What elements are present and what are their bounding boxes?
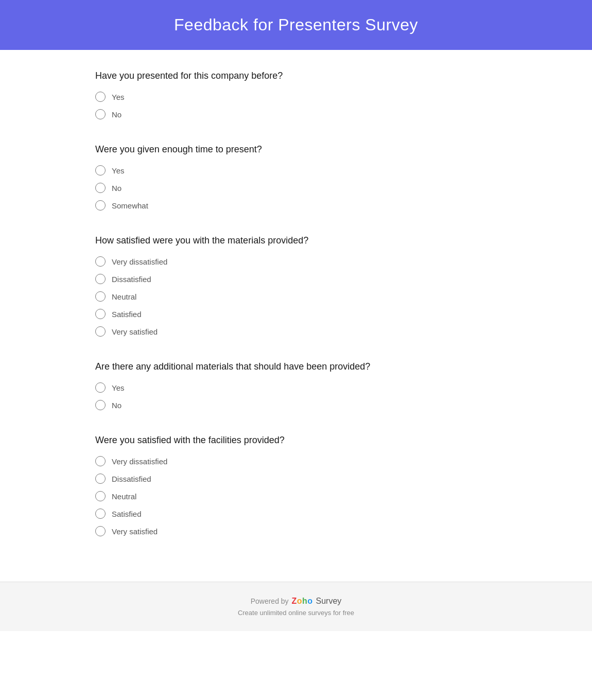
option-row: Satisfied [95,309,497,319]
question-block-q2: Were you given enough time to present?Ye… [95,144,497,211]
powered-by-line: Powered by Zoho Survey [10,597,582,606]
zoho-o1: o [297,597,302,606]
radio-q5-0[interactable] [95,456,106,466]
option-label: Very satisfied [112,327,158,336]
option-label: Somewhat [112,201,148,210]
radio-q2-0[interactable] [95,165,106,176]
footer-create-text: Create unlimited online surveys for free [10,609,582,617]
question-text-q4: Are there any additional materials that … [95,361,497,372]
option-row: No [95,400,497,410]
question-block-q5: Were you satisfied with the facilities p… [95,435,497,536]
option-row: Very dissatisfied [95,456,497,466]
zoho-logo: Zoho [292,597,313,606]
question-block-q4: Are there any additional materials that … [95,361,497,410]
option-label: Satisfied [112,510,142,518]
powered-by-text: Powered by [251,597,289,605]
survey-header: Feedback for Presenters Survey [0,0,592,50]
radio-q5-3[interactable] [95,509,106,519]
radio-q5-1[interactable] [95,474,106,484]
option-row: Dissatisfied [95,474,497,484]
question-text-q2: Were you given enough time to present? [95,144,497,155]
radio-q2-2[interactable] [95,200,106,211]
radio-q4-1[interactable] [95,400,106,410]
option-label: Very satisfied [112,527,158,536]
radio-q1-0[interactable] [95,92,106,102]
option-label: Neutral [112,292,136,301]
radio-q3-2[interactable] [95,291,106,302]
option-label: Dissatisfied [112,275,151,284]
option-label: Yes [112,166,124,175]
option-label: Very dissatisfied [112,457,167,466]
option-label: Yes [112,93,124,101]
option-row: Neutral [95,291,497,302]
option-row: Very satisfied [95,326,497,337]
option-row: No [95,109,497,119]
option-row: Yes [95,382,497,393]
option-label: No [112,401,121,410]
option-label: No [112,184,121,192]
option-row: Yes [95,165,497,176]
zoho-o2: o [307,597,312,606]
question-text-q3: How satisfied were you with the material… [95,235,497,246]
option-row: Neutral [95,491,497,501]
radio-q3-4[interactable] [95,326,106,337]
option-row: Very dissatisfied [95,256,497,267]
option-row: No [95,183,497,193]
radio-q5-4[interactable] [95,526,106,536]
radio-q5-2[interactable] [95,491,106,501]
survey-body: Have you presented for this company befo… [64,50,528,582]
radio-q1-1[interactable] [95,109,106,119]
option-row: Yes [95,92,497,102]
radio-q4-0[interactable] [95,382,106,393]
zoho-z: Z [292,597,297,606]
radio-q3-3[interactable] [95,309,106,319]
option-row: Somewhat [95,200,497,211]
option-row: Very satisfied [95,526,497,536]
option-label: Neutral [112,492,136,501]
zoho-h: h [302,597,307,606]
option-label: Yes [112,383,124,392]
survey-title: Feedback for Presenters Survey [10,15,582,34]
option-row: Satisfied [95,509,497,519]
option-label: No [112,110,121,119]
question-text-q5: Were you satisfied with the facilities p… [95,435,497,446]
option-row: Dissatisfied [95,274,497,284]
question-block-q1: Have you presented for this company befo… [95,71,497,119]
question-block-q3: How satisfied were you with the material… [95,235,497,337]
question-text-q1: Have you presented for this company befo… [95,71,497,81]
option-label: Very dissatisfied [112,257,167,266]
option-label: Dissatisfied [112,475,151,483]
survey-footer: Powered by Zoho Survey Create unlimited … [0,582,592,631]
survey-label: Survey [316,597,342,605]
radio-q3-0[interactable] [95,256,106,267]
option-label: Satisfied [112,310,142,319]
radio-q2-1[interactable] [95,183,106,193]
radio-q3-1[interactable] [95,274,106,284]
